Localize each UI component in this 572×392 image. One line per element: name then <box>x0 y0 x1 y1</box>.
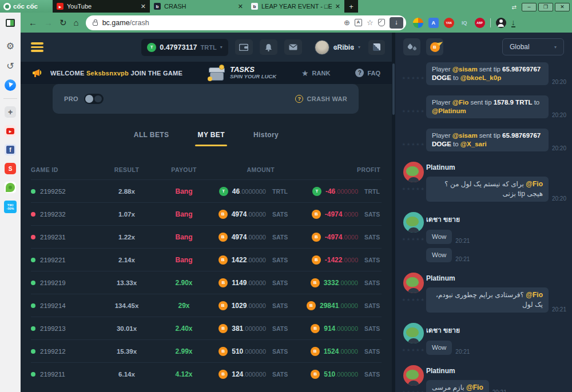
player-mention[interactable]: @X_sari <box>460 141 487 147</box>
table-row[interactable]: 2199252 2.88x Bang T46.0000000TRTL T-46.… <box>31 179 382 202</box>
wallet-button[interactable] <box>235 39 253 55</box>
player-mention[interactable]: @Fio <box>466 383 483 391</box>
rating-stars: ★★★★★ <box>402 297 425 302</box>
avatar[interactable] <box>403 273 424 293</box>
rain-tip-button[interactable] <box>403 38 420 55</box>
translate-icon[interactable]: A <box>355 19 362 26</box>
btc-coin-icon: B <box>312 255 321 265</box>
yan-extension-icon[interactable]: YAN <box>444 18 454 28</box>
welcome-username: Seksbsnxvpb <box>86 70 129 77</box>
tab-close-icon[interactable]: ✕ <box>335 3 340 10</box>
player-mention[interactable]: @Fio <box>526 291 543 299</box>
coin-drop-button[interactable]: B <box>426 38 443 55</box>
download-page-button[interactable]: ↓ <box>390 17 403 29</box>
abp-extension-icon[interactable]: ABP <box>475 18 485 28</box>
table-row[interactable]: 2199221 2.14x Bang B1422.00000SATS B-142… <box>31 248 382 271</box>
table-row[interactable]: 2199232 1.07x Bang B4974.00000SATS B-497… <box>31 202 382 225</box>
player-mention[interactable]: @Platinum <box>432 107 466 114</box>
tab-leap-year-event[interactable]: b LEAP YEAR EVENT - □Event - ✕ <box>247 0 344 13</box>
home-icon[interactable]: ⌂ <box>74 18 79 27</box>
add-shortcut-button[interactable]: + <box>5 106 16 118</box>
reload-icon[interactable]: ↻ <box>59 18 67 27</box>
player-mention[interactable]: @sisam <box>452 66 478 73</box>
scrollbar-thumb[interactable] <box>392 63 395 115</box>
tab-close-icon[interactable]: ✕ <box>238 3 243 10</box>
wallet-icon <box>239 43 248 51</box>
table-row[interactable]: 2199213 30.01x 2.40x B381.000000SATS B91… <box>31 317 382 339</box>
sidebar-toggle-icon[interactable] <box>6 19 15 27</box>
avatar[interactable] <box>403 323 424 343</box>
color-wheel-extension-icon[interactable] <box>413 18 423 28</box>
adblock-shield-icon[interactable] <box>378 19 385 26</box>
user-menu[interactable]: ɞRibiɞ ▾ <box>315 40 360 55</box>
settings-gear-icon[interactable]: ⚙ <box>4 39 17 52</box>
tab-close-icon[interactable]: ✕ <box>141 3 146 10</box>
table-row[interactable]: 2199214 134.45x 29x B1029.00000SATS B298… <box>31 294 382 317</box>
youtube-shortcut-icon[interactable]: ▶ <box>5 125 16 137</box>
avatar[interactable] <box>403 365 424 386</box>
table-row[interactable]: 2199212 15.39x 2.99x B510.000000SATS B15… <box>31 339 382 362</box>
avatar[interactable] <box>403 212 424 233</box>
chat-username[interactable]: Platinum <box>426 367 566 375</box>
chat-username[interactable]: Platinum <box>426 274 566 282</box>
chat-username[interactable]: Platinum <box>426 163 566 171</box>
tiki-shortcut-icon[interactable]: TIKI-50% <box>4 201 17 213</box>
page-url[interactable]: bc.game/crash <box>102 19 149 27</box>
btc-coin-icon: B <box>219 255 228 265</box>
balance-currency: TRTL <box>201 44 217 51</box>
window-controls: ⇄ – ❐ ✕ <box>512 0 572 13</box>
player-mention[interactable]: @Fio <box>452 99 468 106</box>
tab-youtube[interactable]: ▶ YouTube ✕ <box>53 0 150 13</box>
forward-icon[interactable]: → <box>44 18 53 27</box>
downloads-icon[interactable]: ↓ <box>511 18 515 27</box>
faq-button[interactable]: ? FAQ <box>355 69 380 77</box>
translate-extension-icon[interactable]: A <box>428 18 439 28</box>
tab-crash-active[interactable]: b CRASH ✕ <box>150 0 247 13</box>
tab-all-bets[interactable]: ALL BETS <box>134 131 169 146</box>
notifications-button[interactable] <box>260 39 277 55</box>
address-bar[interactable]: bc.game/crash ⊕ A ☆ ↓ <box>86 15 406 30</box>
messages-button[interactable] <box>284 39 302 55</box>
chat-username[interactable]: เดชา ขยาย <box>426 325 566 335</box>
avatar[interactable] <box>403 162 424 182</box>
status-dot-green <box>31 372 35 377</box>
player-mention[interactable]: @sisam <box>452 132 478 139</box>
page-scrollbar[interactable] <box>392 33 395 392</box>
table-row[interactable]: 2199231 1.22x Bang B4974.00000SATS B-497… <box>31 225 382 248</box>
coccoc-shortcut-icon[interactable] <box>5 182 16 193</box>
tab-my-bet[interactable]: MY BET <box>197 131 225 146</box>
player-mention[interactable]: @bkoeL_k0p <box>460 74 501 81</box>
tab-search-icon[interactable]: ⇄ <box>512 4 517 10</box>
main-content: T 0.47973117 TRTL ▾ ɞRibiɞ ▾ <box>21 33 392 392</box>
megaphone-icon <box>32 68 45 78</box>
chat-username[interactable]: เดชา ขยาย <box>426 214 566 225</box>
crash-war-link[interactable]: ? CRASH WAR <box>295 95 347 103</box>
btc-coin-icon: B <box>311 347 320 356</box>
balance-selector[interactable]: T 0.47973117 TRTL ▾ <box>141 39 228 56</box>
history-icon[interactable]: ↺ <box>4 59 17 72</box>
table-row[interactable]: 2199211 6.14x 4.12x B124.000000SATS B510… <box>31 362 382 385</box>
tasks-button[interactable]: TASKS SPIN YOUR LUCK <box>208 66 276 81</box>
back-icon[interactable]: ← <box>29 18 37 27</box>
shopee-shortcut-icon[interactable]: S <box>5 163 16 174</box>
restore-button[interactable]: ❐ <box>538 3 553 11</box>
table-row[interactable]: 2199219 13.33x 2.90x B1149.00000SATS B33… <box>31 271 382 294</box>
profile-icon[interactable] <box>496 18 506 28</box>
minimize-button[interactable]: – <box>522 3 537 11</box>
facebook-shortcut-icon[interactable]: f <box>5 144 16 155</box>
player-mention[interactable]: @Fio <box>526 180 543 188</box>
rating-stars: ★★★★★ <box>402 390 425 392</box>
chat-channel-select[interactable]: Global ▾ <box>502 38 564 55</box>
new-tab-button[interactable]: + <box>344 0 358 13</box>
bookmark-star-icon[interactable]: ☆ <box>367 19 374 26</box>
chat-toggle-button[interactable] <box>368 40 385 55</box>
pro-toggle[interactable] <box>84 94 104 104</box>
zoom-icon[interactable]: ⊕ <box>344 19 350 26</box>
menu-hamburger-icon[interactable] <box>31 42 43 52</box>
tab-history[interactable]: History <box>253 131 279 146</box>
close-button[interactable]: ✕ <box>555 3 570 11</box>
rank-button[interactable]: ★ RANK <box>301 69 330 78</box>
messenger-icon[interactable] <box>5 79 16 91</box>
timestamp: 20:21 <box>455 256 470 262</box>
iq-extension-icon[interactable]: IQ <box>459 18 470 28</box>
